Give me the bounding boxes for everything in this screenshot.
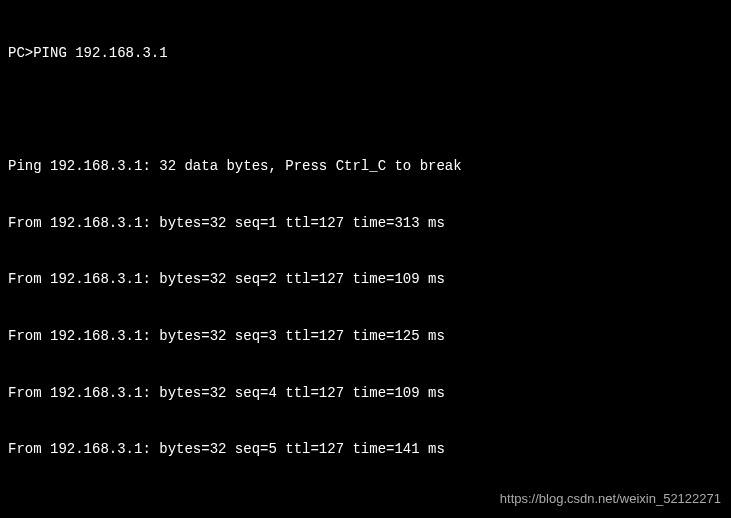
ping-reply: From 192.168.3.1: bytes=32 seq=3 ttl=127… bbox=[8, 327, 723, 346]
watermark-text: https://blog.csdn.net/weixin_52122271 bbox=[500, 490, 721, 508]
ping-reply: From 192.168.3.1: bytes=32 seq=5 ttl=127… bbox=[8, 440, 723, 459]
terminal-output[interactable]: PC>PING 192.168.3.1 Ping 192.168.3.1: 32… bbox=[8, 6, 723, 518]
ping-reply: From 192.168.3.1: bytes=32 seq=1 ttl=127… bbox=[8, 214, 723, 233]
command-prompt: PC>PING 192.168.3.1 bbox=[8, 44, 723, 63]
ping-reply: From 192.168.3.1: bytes=32 seq=4 ttl=127… bbox=[8, 384, 723, 403]
blank-line bbox=[8, 100, 723, 119]
ping-reply: From 192.168.3.1: bytes=32 seq=2 ttl=127… bbox=[8, 270, 723, 289]
ping-header: Ping 192.168.3.1: 32 data bytes, Press C… bbox=[8, 157, 723, 176]
